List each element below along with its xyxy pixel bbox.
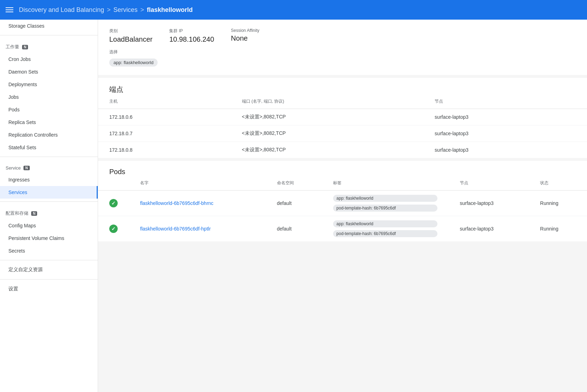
- label-chip: pod-template-hash: 6b7695c6df: [333, 205, 437, 212]
- sidebar-item-stateful-sets[interactable]: Stateful Sets: [0, 141, 98, 154]
- pod-status-cell: Running: [529, 191, 587, 216]
- type-field: 类别 LoadBalancer: [109, 28, 152, 43]
- pods-col-namespace: 命名空间: [266, 176, 322, 191]
- label-chip: app: flaskhelloworld: [333, 220, 437, 227]
- pods-col-name: 名字: [129, 176, 266, 191]
- table-row: ✓ flaskhelloworld-6b7695c6df-bhrnc defau…: [98, 191, 587, 216]
- pods-col-status: 状态: [529, 176, 587, 191]
- sidebar-item-services[interactable]: Services: [0, 186, 98, 199]
- pods-col-node: 节点: [449, 176, 529, 191]
- pods-table: 名字 命名空间 标签 节点 状态 ✓ flaskhelloworld-6b769…: [98, 176, 587, 241]
- table-row: 172.18.0.6 <未设置>,8082,TCP surface-laptop…: [98, 109, 587, 125]
- pod-name-cell: flaskhelloworld-6b7695c6df-hptlr: [129, 216, 266, 242]
- pod-status-cell: Running: [529, 216, 587, 242]
- pod-labels-cell: app: flaskhelloworldpod-template-hash: 6…: [322, 216, 449, 242]
- col-host: 主机: [98, 94, 231, 109]
- status-running-icon: ✓: [109, 225, 118, 233]
- pod-node-cell: surface-laptop3: [449, 216, 529, 242]
- sidebar-item-pvc[interactable]: Persistent Volume Claims: [0, 232, 98, 245]
- pod-status-icon-cell: ✓: [98, 191, 129, 216]
- breadcrumb-part2[interactable]: Services: [113, 6, 138, 14]
- pods-section: Pods 名字 命名空间 标签 节点 状态 ✓ flaskhellow: [98, 161, 587, 241]
- endpoints-title: 端点: [98, 78, 587, 94]
- sidebar-divider-5: [0, 279, 98, 280]
- breadcrumb-sep2: >: [140, 6, 144, 14]
- sidebar-item-daemon-sets[interactable]: Daemon Sets: [0, 66, 98, 78]
- type-value: LoadBalancer: [109, 35, 152, 43]
- pod-node-cell: surface-laptop3: [449, 191, 529, 216]
- label-chip: pod-template-hash: 6b7695c6df: [333, 230, 437, 237]
- session-affinity-field: Session Affinity None: [231, 28, 259, 42]
- sidebar-item-settings[interactable]: 设置: [0, 282, 98, 296]
- sidebar-section-config: 配置和存储 N: [0, 205, 98, 219]
- sidebar-item-cron-jobs[interactable]: Cron Jobs: [0, 53, 98, 66]
- breadcrumb-current: flaskhelloworld: [147, 6, 193, 14]
- sidebar-item-replication-controllers[interactable]: Replication Controllers: [0, 129, 98, 141]
- endpoints-section: 端点 主机 端口 (名字, 端口, 协议) 节点 172.18.0.6 <未设置…: [98, 78, 587, 158]
- breadcrumb-part1[interactable]: Discovery and Load Balancing: [19, 6, 104, 14]
- sidebar-divider-1: [0, 35, 98, 35]
- sidebar-item-ingresses[interactable]: Ingresses: [0, 173, 98, 186]
- sidebar-item-replica-sets[interactable]: Replica Sets: [0, 116, 98, 129]
- selector-tag: app: flaskhelloworld: [109, 59, 158, 67]
- cluster-ip-value: 10.98.106.240: [169, 35, 214, 43]
- sidebar-item-pods[interactable]: Pods: [0, 103, 98, 116]
- type-label: 类别: [109, 28, 152, 34]
- endpoint-port: <未设置>,8082,TCP: [231, 109, 424, 125]
- table-row: 172.18.0.7 <未设置>,8082,TCP surface-laptop…: [98, 125, 587, 142]
- sidebar-divider-2: [0, 157, 98, 157]
- endpoint-host: 172.18.0.6: [98, 109, 231, 125]
- cluster-ip-label: 集群 IP: [169, 28, 214, 34]
- session-affinity-label: Session Affinity: [231, 28, 259, 33]
- pods-title: Pods: [98, 161, 587, 176]
- endpoint-node: surface-laptop3: [423, 142, 587, 158]
- sidebar-item-jobs[interactable]: Jobs: [0, 91, 98, 103]
- pod-status-icon-cell: ✓: [98, 216, 129, 242]
- sidebar-divider-4: [0, 260, 98, 260]
- pod-name-cell: flaskhelloworld-6b7695c6df-bhrnc: [129, 191, 266, 216]
- session-affinity-value: None: [231, 34, 259, 42]
- pod-labels-cell: app: flaskhelloworldpod-template-hash: 6…: [322, 191, 449, 216]
- menu-icon[interactable]: [6, 7, 13, 12]
- label-chip: app: flaskhelloworld: [333, 195, 437, 202]
- breadcrumb-sep1: >: [107, 6, 111, 14]
- sidebar-item-config-maps[interactable]: Config Maps: [0, 219, 98, 232]
- table-row: ✓ flaskhelloworld-6b7695c6df-hptlr defau…: [98, 216, 587, 242]
- pods-col-status-icon: [98, 176, 129, 191]
- pod-namespace-cell: default: [266, 216, 322, 242]
- col-port: 端口 (名字, 端口, 协议): [231, 94, 424, 109]
- status-running-icon: ✓: [109, 199, 118, 207]
- header: Discovery and Load Balancing > Services …: [0, 0, 587, 20]
- config-badge: N: [31, 211, 37, 216]
- selector-label: 选择: [109, 49, 576, 55]
- sidebar-section-workload: 工作量 N: [0, 38, 98, 53]
- sidebar-divider-3: [0, 201, 98, 202]
- col-node: 节点: [423, 94, 587, 109]
- endpoint-host: 172.18.0.8: [98, 142, 231, 158]
- service-badge: N: [23, 166, 29, 170]
- pod-link[interactable]: flaskhelloworld-6b7695c6df-hptlr: [140, 226, 211, 232]
- cluster-ip-field: 集群 IP 10.98.106.240: [169, 28, 214, 43]
- breadcrumb: Discovery and Load Balancing > Services …: [19, 6, 193, 14]
- pods-col-labels: 标签: [322, 176, 449, 191]
- endpoint-node: surface-laptop3: [423, 109, 587, 125]
- sidebar: Storage Classes 工作量 N Cron Jobs Daemon S…: [0, 20, 98, 392]
- endpoint-port: <未设置>,8082,TCP: [231, 125, 424, 142]
- info-card: 类别 LoadBalancer 集群 IP 10.98.106.240 Sess…: [98, 20, 587, 75]
- sidebar-item-custom-resources[interactable]: 定义自定义资源: [0, 263, 98, 276]
- sidebar-item-secrets[interactable]: Secrets: [0, 245, 98, 257]
- endpoint-port: <未设置>,8082,TCP: [231, 142, 424, 158]
- endpoint-host: 172.18.0.7: [98, 125, 231, 142]
- workload-badge: N: [22, 45, 28, 49]
- sidebar-section-service: Service N: [0, 160, 98, 173]
- endpoint-node: surface-laptop3: [423, 125, 587, 142]
- endpoints-table: 主机 端口 (名字, 端口, 协议) 节点 172.18.0.6 <未设置>,8…: [98, 94, 587, 158]
- pod-namespace-cell: default: [266, 191, 322, 216]
- table-row: 172.18.0.8 <未设置>,8082,TCP surface-laptop…: [98, 142, 587, 158]
- sidebar-item-deployments[interactable]: Deployments: [0, 78, 98, 91]
- sidebar-item-storage-classes[interactable]: Storage Classes: [0, 20, 98, 32]
- main-content: 类别 LoadBalancer 集群 IP 10.98.106.240 Sess…: [98, 20, 587, 392]
- pod-link[interactable]: flaskhelloworld-6b7695c6df-bhrnc: [140, 200, 213, 206]
